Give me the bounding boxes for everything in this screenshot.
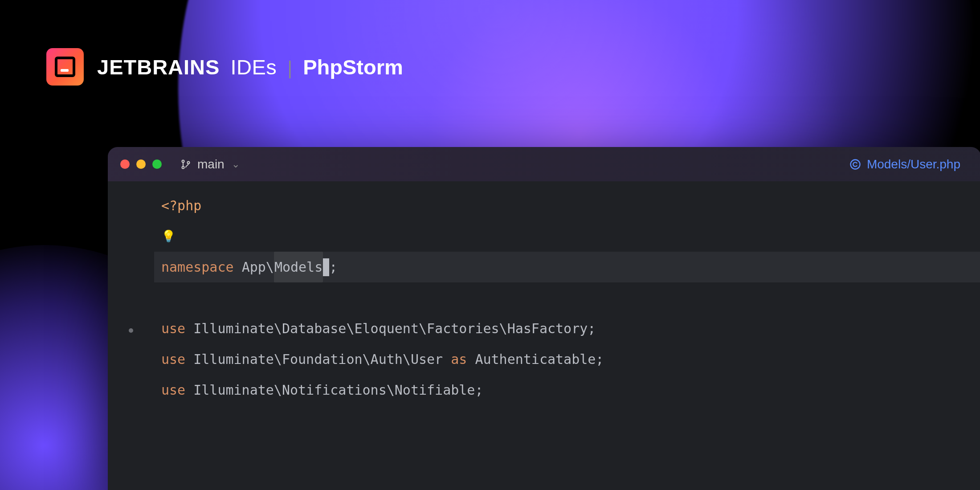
close-icon[interactable]	[120, 159, 130, 169]
gutter-marker	[129, 328, 133, 333]
code-line-current: namespace App\Models;	[154, 252, 980, 282]
text-cursor	[323, 258, 329, 276]
use-alias: Authenticatable;	[475, 344, 604, 375]
keyword: use	[161, 313, 185, 344]
chevron-down-icon: ⌄	[232, 159, 240, 170]
logo-underscore	[61, 69, 69, 72]
branch-icon	[180, 159, 191, 170]
keyword: use	[161, 375, 185, 405]
separator: |	[287, 57, 292, 79]
code-line-blank	[154, 282, 980, 313]
titlebar: main ⌄ Models/User.php	[108, 147, 980, 181]
brand-suite: IDEs	[230, 55, 277, 79]
editor: <?php 💡 namespace App\Models; use Illumi…	[108, 181, 980, 490]
brand-company: JETBRAINS	[97, 55, 220, 79]
gutter	[108, 181, 154, 490]
namespace-root: App	[242, 252, 266, 282]
fullscreen-icon[interactable]	[152, 159, 162, 169]
code-line: <?php	[154, 190, 980, 221]
svg-point-1	[182, 166, 184, 168]
window-controls	[120, 159, 162, 169]
semicolon: ;	[329, 252, 337, 282]
keyword: use	[161, 344, 185, 375]
svg-point-3	[850, 159, 860, 169]
brand-header: JETBRAINS IDEs | PhpStorm	[46, 48, 403, 86]
code-line: use Illuminate\Database\Eloquent\Factori…	[154, 313, 980, 344]
ide-window: main ⌄ Models/User.php <?php 💡 namespace…	[108, 147, 980, 490]
jetbrains-logo	[46, 48, 84, 86]
lightbulb-icon[interactable]: 💡	[161, 221, 176, 252]
logo-square	[55, 57, 75, 77]
git-branch-selector[interactable]: main ⌄	[180, 157, 240, 172]
use-path: Illuminate\Database\Eloquent\Factories\H…	[193, 313, 596, 344]
class-icon	[849, 158, 862, 171]
file-path-text: Models/User.php	[867, 157, 960, 172]
brand-text: JETBRAINS IDEs | PhpStorm	[97, 55, 403, 79]
brand-product: PhpStorm	[303, 55, 403, 79]
namespace-selected: Models	[274, 252, 323, 282]
use-path: Illuminate\Foundation\Auth\User	[193, 344, 443, 375]
minimize-icon[interactable]	[136, 159, 146, 169]
use-path: Illuminate\Notifications\Notifiable;	[193, 375, 483, 405]
code-line: 💡	[154, 221, 980, 252]
keyword: namespace	[161, 252, 234, 282]
code-line: use Illuminate\Foundation\Auth\User as A…	[154, 344, 980, 375]
code-area[interactable]: <?php 💡 namespace App\Models; use Illumi…	[154, 181, 980, 490]
keyword-as: as	[451, 344, 467, 375]
code-line: use Illuminate\Notifications\Notifiable;	[154, 375, 980, 405]
branch-name: main	[197, 157, 225, 172]
current-file-path[interactable]: Models/User.php	[849, 157, 960, 172]
svg-point-0	[182, 160, 184, 162]
php-open-tag: <?php	[161, 190, 201, 221]
